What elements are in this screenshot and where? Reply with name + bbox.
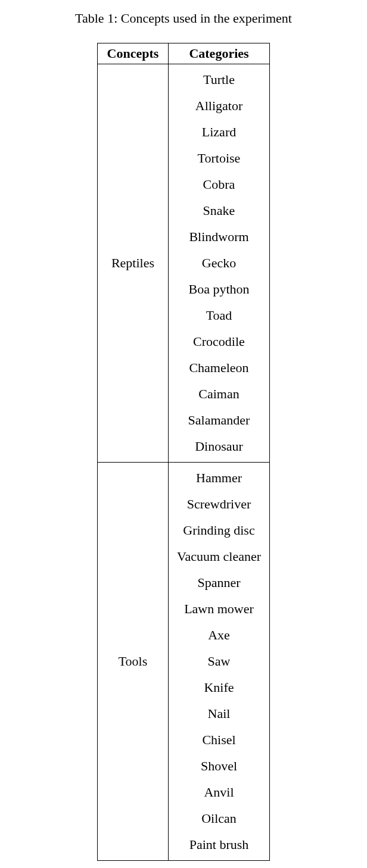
category-item: Grinding disc xyxy=(177,517,261,544)
category-item: Snake xyxy=(177,198,261,224)
table-header-row: Concepts Categories xyxy=(97,43,269,64)
category-item: Chameleon xyxy=(177,355,261,381)
category-item: Lawn mower xyxy=(177,596,261,622)
table-row: ReptilesTurtleAlligatorLizardTortoiseCob… xyxy=(97,64,269,463)
category-item: Blindworm xyxy=(177,224,261,250)
category-item: Axe xyxy=(177,622,261,648)
category-item: Dinosaur xyxy=(177,433,261,460)
category-item: Hammer xyxy=(177,465,261,491)
category-item: Spanner xyxy=(177,570,261,596)
concept-cell: Reptiles xyxy=(97,64,168,463)
category-item: Salamander xyxy=(177,407,261,433)
header-concepts: Concepts xyxy=(97,43,168,64)
category-item: Gecko xyxy=(177,250,261,276)
categories-cell: TurtleAlligatorLizardTortoiseCobraSnakeB… xyxy=(168,64,269,463)
category-item: Vacuum cleaner xyxy=(177,544,261,570)
category-item: Nail xyxy=(177,701,261,727)
category-item: Saw xyxy=(177,648,261,675)
category-item: Lizard xyxy=(177,119,261,145)
category-item: Screwdriver xyxy=(177,491,261,517)
category-item: Caiman xyxy=(177,381,261,407)
category-item: Paint brush xyxy=(177,832,261,858)
category-item: Shovel xyxy=(177,753,261,779)
concepts-table: Concepts Categories ReptilesTurtleAlliga… xyxy=(97,43,270,861)
categories-cell: HammerScrewdriverGrinding discVacuum cle… xyxy=(168,463,269,861)
category-item: Anvil xyxy=(177,779,261,805)
category-item: Cobra xyxy=(177,171,261,198)
category-item: Boa python xyxy=(177,276,261,302)
category-item: Tortoise xyxy=(177,145,261,171)
table-row: ToolsHammerScrewdriverGrinding discVacuu… xyxy=(97,463,269,861)
concept-cell: Tools xyxy=(97,463,168,861)
category-item: Chisel xyxy=(177,727,261,753)
category-item: Alligator xyxy=(177,93,261,119)
category-item: Oilcan xyxy=(177,805,261,832)
category-item: Toad xyxy=(177,302,261,329)
category-item: Knife xyxy=(177,675,261,701)
header-categories: Categories xyxy=(168,43,269,64)
category-item: Turtle xyxy=(177,67,261,93)
category-item: Crocodile xyxy=(177,329,261,355)
table-caption: Table 1: Concepts used in the experiment xyxy=(0,11,367,26)
